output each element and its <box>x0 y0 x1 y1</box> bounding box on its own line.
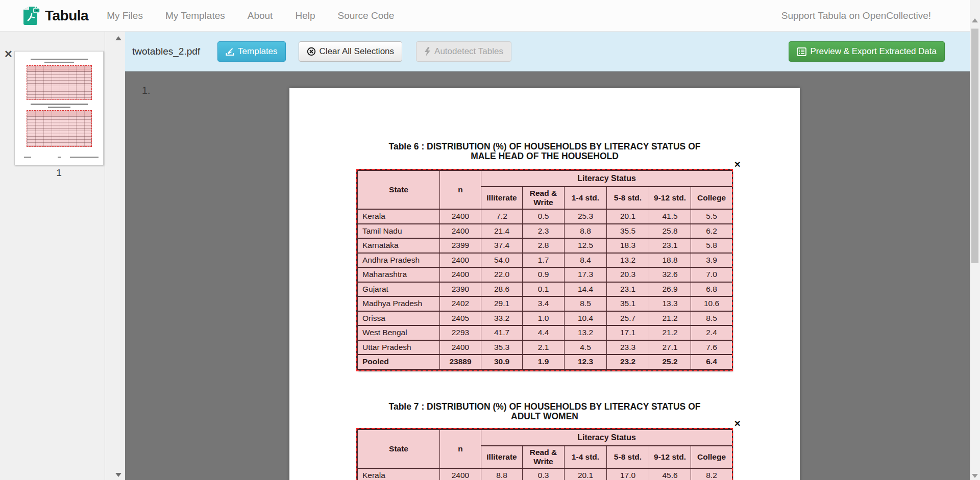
remove-circle-icon <box>307 46 316 57</box>
table-cell: 29.1 <box>481 296 523 311</box>
support-link[interactable]: Support Tabula on OpenCollective! <box>781 10 931 21</box>
clear-all-selections-button[interactable]: Clear All Selections <box>299 41 402 62</box>
table-cell: 12.3 <box>565 355 607 369</box>
table-cell: State <box>358 430 440 468</box>
main-scroll-down-icon[interactable] <box>972 474 978 478</box>
autodetect-button-label: Autodetect Tables <box>434 46 503 57</box>
nav-link-help[interactable]: Help <box>295 10 315 21</box>
main-scroll-up-icon[interactable] <box>972 18 978 22</box>
table-cell: 41.5 <box>649 209 691 224</box>
table-cell: 14.4 <box>565 282 607 297</box>
table-cell: 23.1 <box>649 238 691 253</box>
table7-title-line1: Table 7 : DISTRIBUTION (%) OF HOUSEHOLDS… <box>289 402 800 412</box>
pdf-workspace: 1. Table 6 : DISTRIBUTION (%) OF HOUSEHO… <box>125 71 970 480</box>
sidebar-scroll-down-icon[interactable] <box>115 473 121 477</box>
table6-title-line1: Table 6 : DISTRIBUTION (%) OF HOUSEHOLDS… <box>289 142 800 151</box>
table-cell: Read & Write <box>523 187 565 209</box>
selection7-close-icon[interactable]: ✕ <box>734 420 741 428</box>
table-cell: 7.2 <box>481 209 523 224</box>
page-thumbnail[interactable] <box>14 51 104 165</box>
mini-selection-table6 <box>27 65 92 100</box>
table-cell: 0.1 <box>523 282 565 297</box>
table6-title-line2: MALE HEAD OF THE HOUSEHOLD <box>289 151 800 161</box>
table-cell: 10.6 <box>691 296 732 311</box>
table-cell: 18.8 <box>649 253 691 268</box>
selection6-close-icon[interactable]: ✕ <box>734 161 741 169</box>
table-cell: 0.5 <box>523 209 565 224</box>
table-cell: Madhya Pradesh <box>358 296 440 311</box>
save-template-icon <box>226 46 234 57</box>
table-cell: 2.4 <box>691 325 732 340</box>
table-cell: West Bengal <box>358 325 440 340</box>
table-cell: 22.0 <box>481 267 523 282</box>
table-cell: Andhra Pradesh <box>358 253 440 268</box>
table-cell: 21.2 <box>649 311 691 326</box>
table-cell: 2402 <box>440 296 481 311</box>
table-cell: 2293 <box>440 325 481 340</box>
mini-footer-text <box>70 157 99 158</box>
extracted-table6: StatenLiteracy StatusIlliterateRead & Wr… <box>357 170 732 370</box>
table-cell: Read & Write <box>523 446 565 468</box>
table-list-icon <box>797 46 806 57</box>
table-cell: 8.2 <box>691 468 732 480</box>
delete-page-button[interactable]: ✕ <box>4 48 13 60</box>
table-row: Madhya Pradesh240229.13.48.535.113.310.6 <box>358 296 732 311</box>
table-cell: 25.2 <box>649 355 691 369</box>
mini-title-line <box>44 62 74 63</box>
table-cell: Uttar Pradesh <box>358 340 440 355</box>
table-cell: 2400 <box>440 468 481 480</box>
table-cell: 20.3 <box>607 267 649 282</box>
table-cell: Orissa <box>358 311 440 326</box>
navbar: Tabula My Files My Templates About Help … <box>0 0 980 32</box>
table-cell: 2.3 <box>523 224 565 239</box>
selection-box-table7[interactable]: StatenLiteracy StatusIlliterateRead & Wr… <box>357 429 732 480</box>
mini-title-line <box>31 104 88 105</box>
table-cell: 26.9 <box>649 282 691 297</box>
table-cell: 27.1 <box>649 340 691 355</box>
brand[interactable]: Tabula <box>21 6 88 26</box>
table6-title: Table 6 : DISTRIBUTION (%) OF HOUSEHOLDS… <box>289 142 800 161</box>
table-cell: 13.3 <box>649 296 691 311</box>
table-cell: 25.7 <box>607 311 649 326</box>
selection-box-table6[interactable]: StatenLiteracy StatusIlliterateRead & Wr… <box>357 170 732 370</box>
extracted-table7: StatenLiteracy StatusIlliterateRead & Wr… <box>357 429 732 480</box>
table-cell: 35.5 <box>607 224 649 239</box>
table-cell: Kerala <box>358 209 440 224</box>
table-cell: 8.4 <box>565 253 607 268</box>
table-row: Gujarat239028.60.114.423.126.96.8 <box>358 282 732 297</box>
pdf-page[interactable]: Table 6 : DISTRIBUTION (%) OF HOUSEHOLDS… <box>289 88 800 480</box>
table-row: Uttar Pradesh240035.32.14.523.327.17.6 <box>358 340 732 355</box>
table-cell: 9-12 std. <box>649 187 691 209</box>
sidebar-scroll-up-icon[interactable] <box>115 36 121 40</box>
clear-button-label: Clear All Selections <box>320 46 394 57</box>
main-scrollbar-thumb[interactable] <box>971 29 978 263</box>
table-cell: 17.1 <box>607 325 649 340</box>
nav-link-my-templates[interactable]: My Templates <box>165 10 225 21</box>
nav-links: My Files My Templates About Help Source … <box>107 10 394 21</box>
table-cell: 30.9 <box>481 355 523 369</box>
preview-export-button[interactable]: Preview & Export Extracted Data <box>789 41 945 62</box>
table-cell: 32.6 <box>649 267 691 282</box>
table-cell: 1.7 <box>523 253 565 268</box>
table-cell: Karnataka <box>358 238 440 253</box>
table-cell: 21.2 <box>649 325 691 340</box>
autodetect-tables-button[interactable]: Autodetect Tables <box>416 41 511 62</box>
table-cell: 2.1 <box>523 340 565 355</box>
thumbnail-page-number: 1 <box>14 167 104 179</box>
table-row: Karnataka239937.42.812.518.323.15.8 <box>358 238 732 253</box>
table-cell: 1.0 <box>523 311 565 326</box>
nav-link-my-files[interactable]: My Files <box>107 10 143 21</box>
nav-link-source-code[interactable]: Source Code <box>337 10 394 21</box>
table-row: Kerala24007.20.525.320.141.55.5 <box>358 209 732 224</box>
table-cell: 2400 <box>440 224 481 239</box>
templates-button[interactable]: Templates <box>217 41 285 62</box>
table-cell: Maharashtra <box>358 267 440 282</box>
table-cell: 25.8 <box>649 224 691 239</box>
sidebar-thumbnails: ✕ 1 <box>0 32 125 480</box>
table-cell: Literacy Status <box>481 430 732 446</box>
table-cell: Illiterate <box>481 446 523 468</box>
nav-link-about[interactable]: About <box>248 10 273 21</box>
table-cell: Tamil Nadu <box>358 224 440 239</box>
table7-title: Table 7 : DISTRIBUTION (%) OF HOUSEHOLDS… <box>289 402 800 421</box>
table-cell: 37.4 <box>481 238 523 253</box>
